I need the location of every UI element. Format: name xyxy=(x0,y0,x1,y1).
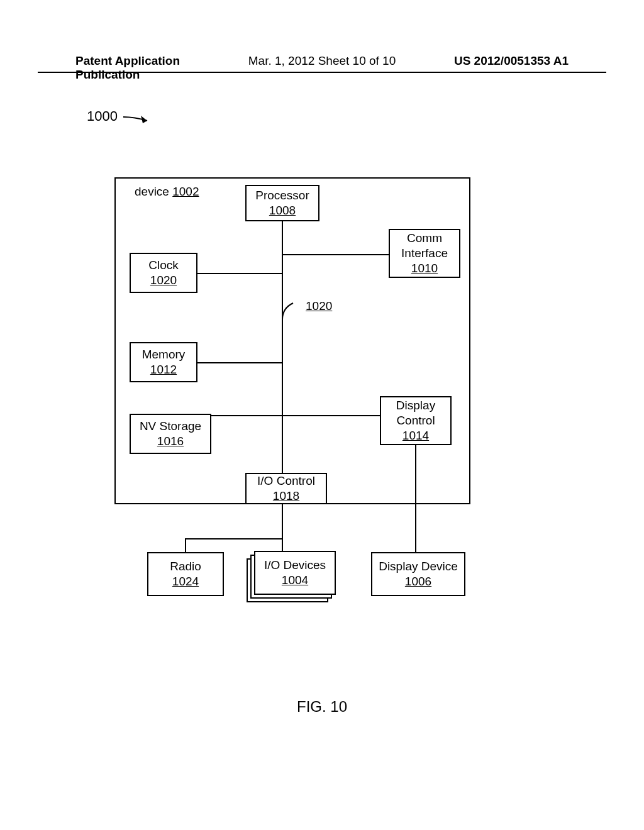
radio-connector-v xyxy=(185,538,186,552)
nvstorage-connector xyxy=(211,415,282,416)
iodevices-block: I/O Devices 1004 xyxy=(254,551,336,595)
figure-caption: FIG. 10 xyxy=(0,698,644,716)
header-left: Patent Application Publication xyxy=(75,54,240,82)
clock-block: Clock 1020 xyxy=(130,253,197,293)
svg-marker-0 xyxy=(141,116,147,123)
comm-interface-block: CommInterface 1010 xyxy=(389,229,460,278)
clock-name: Clock xyxy=(131,258,196,273)
figure-reference-number: 1000 xyxy=(87,108,118,124)
iodevices-num: 1004 xyxy=(255,573,335,588)
header-rule xyxy=(38,72,606,73)
displaycontrol-connector xyxy=(283,415,380,416)
nvstorage-block: NV Storage 1016 xyxy=(130,414,211,454)
radio-connector-h xyxy=(185,538,283,540)
device-label-num: 1002 xyxy=(172,185,199,198)
iocontrol-num: 1018 xyxy=(247,489,326,504)
header-mid: Mar. 1, 2012 Sheet 10 of 10 xyxy=(240,54,404,82)
radio-num: 1024 xyxy=(148,574,223,589)
bus-reference-number: 1020 xyxy=(306,299,332,313)
displaycontrol-block: DisplayControl 1014 xyxy=(380,396,452,445)
displaydevice-num: 1006 xyxy=(372,574,464,589)
device-container: device 1002 xyxy=(114,177,470,504)
bus-leader-icon xyxy=(282,302,302,321)
device-label: device 1002 xyxy=(135,185,199,199)
memory-block: Memory 1012 xyxy=(130,342,197,382)
iocontrol-name: I/O Control xyxy=(247,473,326,489)
header-right: US 2012/0051353 A1 xyxy=(404,54,569,82)
memory-connector xyxy=(197,362,282,363)
comm-num: 1010 xyxy=(390,261,459,276)
displaycontrol-name: DisplayControl xyxy=(381,398,450,428)
radio-block: Radio 1024 xyxy=(147,552,224,596)
nvstorage-num: 1016 xyxy=(131,434,210,449)
iodevices-name: I/O Devices xyxy=(255,558,335,573)
clock-num: 1020 xyxy=(131,273,196,288)
displaydevice-name: Display Device xyxy=(372,559,464,574)
bus-line-vertical xyxy=(282,220,283,504)
device-label-text: device xyxy=(135,185,169,198)
comm-name: CommInterface xyxy=(390,231,459,261)
displaycontrol-num: 1014 xyxy=(381,428,450,443)
reference-arrow-icon xyxy=(122,112,160,127)
processor-num: 1008 xyxy=(247,203,318,218)
displaydevice-block: Display Device 1006 xyxy=(371,552,465,596)
memory-num: 1012 xyxy=(131,362,196,377)
io-bus-vertical xyxy=(282,504,283,553)
page-header: Patent Application Publication Mar. 1, 2… xyxy=(0,54,644,82)
radio-name: Radio xyxy=(148,559,223,574)
processor-name: Processor xyxy=(247,188,318,203)
processor-block: Processor 1008 xyxy=(245,185,319,221)
iocontrol-block: I/O Control 1018 xyxy=(245,473,327,504)
memory-name: Memory xyxy=(131,347,196,362)
displaydevice-connector xyxy=(415,445,416,552)
comm-connector xyxy=(283,254,389,255)
clock-connector xyxy=(197,273,282,274)
nvstorage-name: NV Storage xyxy=(131,419,210,434)
